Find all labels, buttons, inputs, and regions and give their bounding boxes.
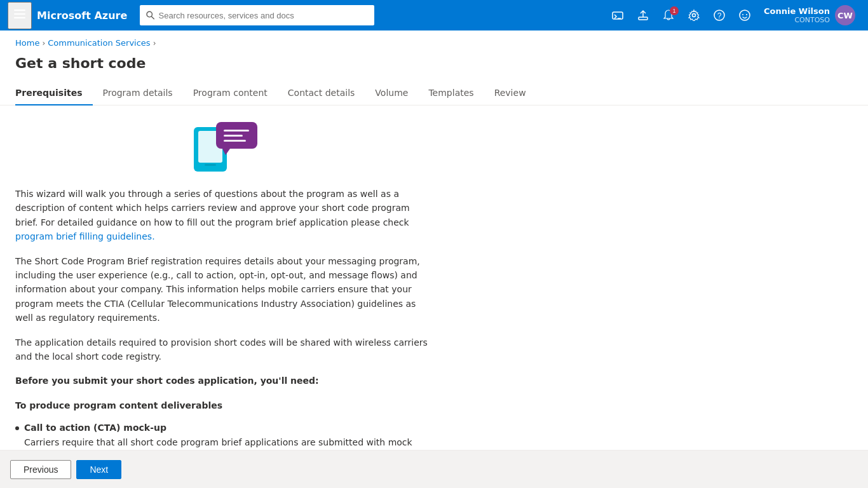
- main-container: Home › Communication Services › Get a sh…: [0, 30, 868, 488]
- help-button[interactable]: ?: [708, 5, 731, 25]
- section-heading: Before you submit your short codes appli…: [15, 374, 430, 388]
- feedback-button[interactable]: [733, 5, 756, 25]
- breadcrumb-service[interactable]: Communication Services: [48, 38, 150, 48]
- tab-program-content[interactable]: Program content: [183, 81, 278, 105]
- svg-text:?: ?: [717, 11, 722, 20]
- tab-templates[interactable]: Templates: [418, 81, 484, 105]
- top-navigation: Microsoft Azure: [0, 0, 868, 30]
- settings-button[interactable]: [682, 5, 705, 25]
- bullet-dot-1: [15, 426, 19, 430]
- svg-rect-0: [14, 10, 25, 11]
- svg-rect-19: [224, 130, 249, 132]
- svg-point-12: [740, 10, 750, 20]
- user-info: Connie Wilson CONTOSO: [764, 6, 830, 24]
- nav-icons: 1 ? Connie Wilson CONTOS: [606, 3, 860, 28]
- tab-contact-details[interactable]: Contact details: [278, 81, 365, 105]
- svg-point-13: [742, 14, 743, 15]
- user-name: Connie Wilson: [764, 6, 830, 16]
- intro-paragraph-1: This wizard will walk you through a seri…: [15, 187, 430, 244]
- avatar: CW: [835, 5, 855, 25]
- svg-line-4: [152, 17, 154, 19]
- svg-rect-7: [639, 17, 648, 20]
- tab-prerequisites[interactable]: Prerequisites: [15, 81, 93, 105]
- svg-rect-2: [14, 17, 25, 18]
- sub-section-heading: To produce program content deliverables: [15, 398, 430, 412]
- svg-point-9: [693, 14, 696, 17]
- breadcrumb-home[interactable]: Home: [15, 38, 39, 48]
- intro-paragraph-2: The Short Code Program Brief registratio…: [15, 254, 430, 325]
- bullet-1-title: Call to action (CTA) mock-up: [24, 423, 430, 433]
- brand-logo: Microsoft Azure: [37, 10, 127, 22]
- tab-volume[interactable]: Volume: [365, 81, 418, 105]
- next-button[interactable]: Next: [76, 460, 121, 479]
- svg-point-14: [746, 14, 747, 15]
- user-menu[interactable]: Connie Wilson CONTOSO CW: [759, 3, 860, 28]
- notification-badge: 1: [670, 6, 679, 15]
- svg-rect-1: [14, 13, 25, 15]
- search-input[interactable]: [159, 11, 369, 20]
- illustration-graphic: [191, 121, 254, 172]
- svg-rect-21: [224, 140, 246, 142]
- tab-bar: Prerequisites Program details Program co…: [0, 81, 868, 105]
- previous-button[interactable]: Previous: [10, 460, 71, 479]
- svg-rect-20: [224, 135, 243, 137]
- page-title: Get a short code: [0, 53, 868, 81]
- illustration: [15, 121, 430, 172]
- bottom-bar: Previous Next: [0, 450, 868, 488]
- program-brief-link[interactable]: program brief filling guidelines.: [15, 231, 155, 241]
- search-icon: [146, 11, 154, 20]
- breadcrumb-sep-2: ›: [153, 39, 156, 48]
- user-org: CONTOSO: [764, 16, 830, 24]
- breadcrumb-sep-1: ›: [42, 39, 45, 48]
- content-area: This wizard will walk you through a seri…: [0, 105, 445, 488]
- cloud-shell-button[interactable]: [606, 5, 629, 25]
- intro-paragraph-3: The application details required to prov…: [15, 336, 430, 364]
- notifications-button[interactable]: 1: [657, 5, 680, 25]
- tab-review[interactable]: Review: [484, 81, 536, 105]
- sms-illustration-svg: [191, 121, 261, 175]
- hamburger-menu-button[interactable]: [8, 2, 32, 29]
- tab-program-details[interactable]: Program details: [93, 81, 183, 105]
- breadcrumb: Home › Communication Services ›: [0, 30, 868, 53]
- svg-rect-17: [205, 164, 216, 166]
- upload-button[interactable]: [632, 5, 654, 25]
- search-bar[interactable]: [140, 5, 374, 25]
